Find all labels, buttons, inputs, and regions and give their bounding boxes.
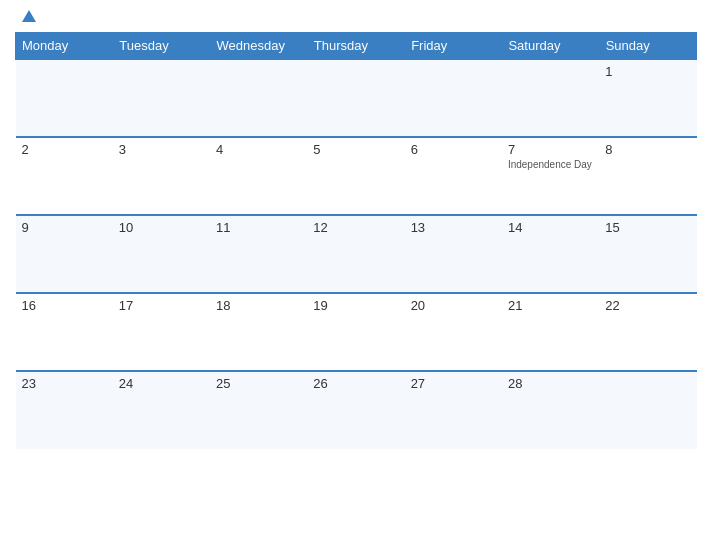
calendar-day-cell	[502, 59, 599, 137]
day-number: 23	[22, 376, 107, 391]
day-number: 3	[119, 142, 204, 157]
day-number: 26	[313, 376, 398, 391]
day-number: 25	[216, 376, 301, 391]
weekday-header-monday: Monday	[16, 33, 113, 60]
holiday-label: Independence Day	[508, 159, 593, 170]
calendar-week-row: 234567Independence Day8	[16, 137, 697, 215]
weekday-header-thursday: Thursday	[307, 33, 404, 60]
calendar-day-cell: 17	[113, 293, 210, 371]
calendar-day-cell: 24	[113, 371, 210, 449]
weekday-header-sunday: Sunday	[599, 33, 696, 60]
day-number: 17	[119, 298, 204, 313]
logo-triangle-icon	[22, 10, 36, 22]
weekday-header-saturday: Saturday	[502, 33, 599, 60]
calendar-day-cell: 5	[307, 137, 404, 215]
calendar-day-cell: 13	[405, 215, 502, 293]
calendar-day-cell: 18	[210, 293, 307, 371]
calendar-day-cell	[599, 371, 696, 449]
calendar-week-row: 1	[16, 59, 697, 137]
day-number: 7	[508, 142, 593, 157]
calendar-day-cell	[113, 59, 210, 137]
calendar-day-cell: 27	[405, 371, 502, 449]
day-number: 22	[605, 298, 690, 313]
calendar-day-cell: 10	[113, 215, 210, 293]
calendar-day-cell: 14	[502, 215, 599, 293]
day-number: 14	[508, 220, 593, 235]
calendar-day-cell: 12	[307, 215, 404, 293]
day-number: 18	[216, 298, 301, 313]
calendar-day-cell: 15	[599, 215, 696, 293]
day-number: 6	[411, 142, 496, 157]
calendar-day-cell	[307, 59, 404, 137]
calendar-week-row: 232425262728	[16, 371, 697, 449]
calendar-day-cell: 28	[502, 371, 599, 449]
weekday-header-tuesday: Tuesday	[113, 33, 210, 60]
weekday-header-wednesday: Wednesday	[210, 33, 307, 60]
day-number: 13	[411, 220, 496, 235]
calendar-day-cell: 8	[599, 137, 696, 215]
day-number: 1	[605, 64, 690, 79]
day-number: 9	[22, 220, 107, 235]
day-number: 19	[313, 298, 398, 313]
calendar-day-cell: 2	[16, 137, 113, 215]
day-number: 11	[216, 220, 301, 235]
day-number: 24	[119, 376, 204, 391]
day-number: 2	[22, 142, 107, 157]
calendar-day-cell: 7Independence Day	[502, 137, 599, 215]
calendar-day-cell: 22	[599, 293, 696, 371]
calendar-day-cell: 16	[16, 293, 113, 371]
calendar-day-cell: 3	[113, 137, 210, 215]
day-number: 20	[411, 298, 496, 313]
calendar-day-cell: 23	[16, 371, 113, 449]
calendar-header-row: MondayTuesdayWednesdayThursdayFridaySatu…	[16, 33, 697, 60]
day-number: 12	[313, 220, 398, 235]
calendar-container: MondayTuesdayWednesdayThursdayFridaySatu…	[0, 0, 712, 550]
calendar-day-cell: 25	[210, 371, 307, 449]
day-number: 5	[313, 142, 398, 157]
calendar-day-cell	[210, 59, 307, 137]
day-number: 4	[216, 142, 301, 157]
calendar-day-cell: 9	[16, 215, 113, 293]
calendar-week-row: 9101112131415	[16, 215, 697, 293]
calendar-day-cell: 26	[307, 371, 404, 449]
day-number: 28	[508, 376, 593, 391]
day-number: 16	[22, 298, 107, 313]
day-number: 10	[119, 220, 204, 235]
day-number: 27	[411, 376, 496, 391]
calendar-day-cell: 1	[599, 59, 696, 137]
logo	[20, 10, 38, 22]
calendar-day-cell	[405, 59, 502, 137]
calendar-week-row: 16171819202122	[16, 293, 697, 371]
calendar-body: 1234567Independence Day89101112131415161…	[16, 59, 697, 449]
calendar-day-cell: 20	[405, 293, 502, 371]
day-number: 15	[605, 220, 690, 235]
calendar-day-cell: 4	[210, 137, 307, 215]
day-number: 21	[508, 298, 593, 313]
calendar-table: MondayTuesdayWednesdayThursdayFridaySatu…	[15, 32, 697, 449]
calendar-day-cell: 11	[210, 215, 307, 293]
calendar-day-cell: 6	[405, 137, 502, 215]
calendar-day-cell	[16, 59, 113, 137]
day-number: 8	[605, 142, 690, 157]
calendar-day-cell: 21	[502, 293, 599, 371]
calendar-header	[15, 10, 697, 22]
calendar-day-cell: 19	[307, 293, 404, 371]
weekday-header-friday: Friday	[405, 33, 502, 60]
